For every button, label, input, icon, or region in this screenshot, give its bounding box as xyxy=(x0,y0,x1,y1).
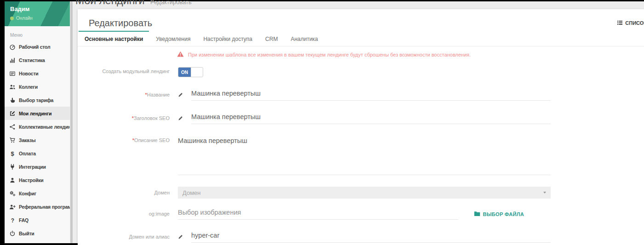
sidebar-item-label: Статистика xyxy=(19,57,45,63)
sidebar-item-collective-landings[interactable]: Коллективные лендинги xyxy=(5,120,70,133)
form-row-og-image: og:image ВЫБОР ФАЙЛА xyxy=(78,208,644,220)
template-warning: При изменении шаблона все изменения в ва… xyxy=(177,51,633,58)
seo-title-input[interactable] xyxy=(191,113,551,124)
warning-text: При изменении шаблона все изменения в ва… xyxy=(188,52,471,57)
sidebar-item-label: Рабочий стол xyxy=(19,44,51,50)
sidebar-item-config[interactable]: Конфиг xyxy=(5,187,70,200)
sidebar-item-label: Оплата xyxy=(19,151,36,156)
sidebar-item-label: Выбор тарифа xyxy=(19,97,53,103)
toggle-handle xyxy=(191,68,203,77)
sidebar-item-label: Коллективные лендинги xyxy=(19,124,70,130)
name-input[interactable] xyxy=(191,89,551,101)
warning-icon xyxy=(177,51,184,58)
sidebar-item-label: Настройки xyxy=(19,177,44,183)
choose-file-label: ВЫБОР ФАЙЛА xyxy=(483,211,524,217)
user-name: Вадим xyxy=(10,6,70,12)
sidebar-scrollbar-thumb[interactable] xyxy=(70,1,73,243)
breadcrumb: Мои лендинги Редактировать xyxy=(75,0,192,7)
tab-access-settings[interactable]: Настройки доступа xyxy=(197,31,258,46)
form-row-seo-description: *Описание SEO Машинка перевертыш xyxy=(78,136,644,175)
field-label: *Описание SEO xyxy=(89,136,170,143)
sidebar-item-colleagues[interactable]: Коллеги xyxy=(5,80,70,93)
sidebar-item-label: Выйти xyxy=(19,231,34,236)
folder-icon xyxy=(474,211,480,217)
sidebar-item-label: Конфиг xyxy=(19,191,36,196)
user-status: Онлайн xyxy=(10,16,70,21)
sidebar-item-tariff[interactable]: Выбор тарифа xyxy=(5,93,70,107)
pencil-icon xyxy=(178,231,191,241)
sidebar-item-label: Новости xyxy=(19,71,39,76)
bar-chart-icon xyxy=(9,57,16,63)
tab-analytics[interactable]: Аналитика xyxy=(285,31,324,46)
sidebar-item-label: FAQ xyxy=(19,217,28,223)
form-row-alias: Домен или алиас xyxy=(78,231,644,243)
app-window: Вадим Онлайн Меню Рабочий стол Статистик… xyxy=(5,1,644,243)
sidebar-scrollbar[interactable] xyxy=(70,1,73,243)
dollar-icon: $ xyxy=(9,150,16,157)
sidebar-item-faq[interactable]: ? FAQ xyxy=(5,213,70,227)
choose-file-button[interactable]: ВЫБОР ФАЙЛА xyxy=(471,211,527,218)
sidebar-item-statistics[interactable]: Статистика xyxy=(5,53,70,67)
list-button[interactable]: СПИСОК xyxy=(617,20,644,27)
domain-select[interactable]: Домен xyxy=(178,187,551,199)
svg-text:$: $ xyxy=(11,150,15,157)
svg-text:?: ? xyxy=(11,217,14,223)
user-icon xyxy=(9,177,16,183)
form-row-name: *Название xyxy=(78,89,644,101)
settings-form: Создать модульный лендинг ON *Название xyxy=(78,66,644,243)
sidebar-item-label: Интеграции xyxy=(19,164,46,170)
cart-icon xyxy=(9,137,16,143)
form-row-seo-title: *Заголовок SEO xyxy=(78,113,644,124)
chevron-down-icon xyxy=(543,192,546,194)
list-icon xyxy=(617,20,623,27)
sidebar-item-news[interactable]: Новости xyxy=(5,67,70,80)
online-status-icon xyxy=(10,17,14,20)
share-icon xyxy=(9,124,16,130)
pencil-icon xyxy=(178,113,191,123)
sidebar-item-integrations[interactable]: Интеграции xyxy=(5,160,70,173)
sidebar-item-dashboard[interactable]: Рабочий стол xyxy=(5,40,70,53)
field-label: Создать модульный лендинг xyxy=(89,66,170,74)
sidebar-item-label: Мои лендинги xyxy=(19,111,51,116)
user-plus-icon xyxy=(9,204,16,210)
seo-description-textarea[interactable]: Машинка перевертыш xyxy=(178,136,551,175)
sidebar-item-label: Реферальная программа xyxy=(19,204,70,210)
plug-icon xyxy=(9,164,16,170)
menu-section-label: Меню xyxy=(5,26,70,40)
sidebar-item-referral[interactable]: Реферальная программа xyxy=(5,200,70,213)
gears-icon xyxy=(9,190,16,197)
breadcrumb-title: Мои лендинги xyxy=(75,0,145,6)
sidebar-item-orders[interactable]: Заказы xyxy=(5,133,70,147)
sidebar-item-settings[interactable]: Настройки xyxy=(5,173,70,187)
field-label: *Заголовок SEO xyxy=(89,113,170,121)
card-header: Редактировать СПИСОК xyxy=(78,9,644,31)
og-image-input[interactable] xyxy=(178,208,458,220)
user-panel: Вадим Онлайн xyxy=(5,1,70,26)
tab-notifications[interactable]: Уведомления xyxy=(150,31,196,46)
sidebar-item-my-landings[interactable]: Мои лендинги xyxy=(5,107,70,120)
alias-input[interactable] xyxy=(191,231,551,243)
field-label: og:image xyxy=(89,208,170,217)
power-icon xyxy=(9,230,16,237)
news-icon xyxy=(9,70,16,77)
pencil-icon xyxy=(178,89,191,99)
sidebar-item-label: Коллеги xyxy=(19,84,38,90)
sidebar-item-logout[interactable]: Выйти xyxy=(5,227,70,240)
breadcrumb-subtitle: Редактировать xyxy=(150,0,192,6)
field-label: Домен или алиас xyxy=(89,231,170,239)
tab-crm[interactable]: CRM xyxy=(259,31,284,46)
sidebar: Вадим Онлайн Меню Рабочий стол Статистик… xyxy=(5,1,70,243)
sidebar-item-label: Заказы xyxy=(19,137,36,143)
edit-card: Редактировать СПИСОК Основные настройки … xyxy=(78,9,644,245)
tab-main-settings[interactable]: Основные настройки xyxy=(79,31,149,46)
domain-select-placeholder: Домен xyxy=(182,189,201,196)
question-icon: ? xyxy=(9,217,16,223)
page-title: Редактировать xyxy=(89,18,152,28)
toggle-on-label: ON xyxy=(178,68,191,77)
list-button-label: СПИСОК xyxy=(625,20,644,26)
sidebar-item-payment[interactable]: $ Оплата xyxy=(5,147,70,160)
form-row-modular: Создать модульный лендинг ON xyxy=(78,66,644,77)
dashboard-icon xyxy=(9,44,16,50)
modular-landing-toggle[interactable]: ON xyxy=(178,67,203,77)
field-label: Домен xyxy=(89,187,170,195)
